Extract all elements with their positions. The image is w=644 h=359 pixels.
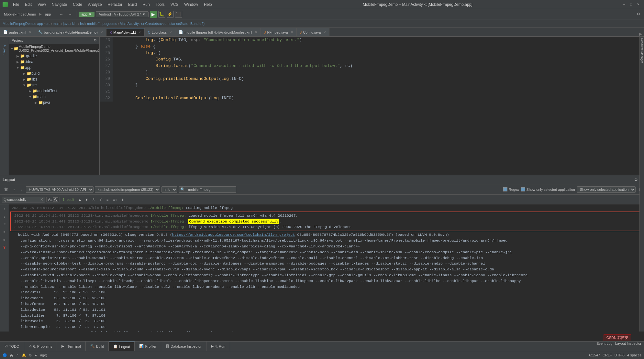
regex-checkbox[interactable] xyxy=(503,187,507,191)
logcat-filter-input[interactable]: successfully xyxy=(7,198,39,201)
tree-libs[interactable]: ▶ 📁 libs xyxy=(9,76,99,82)
tree-root[interactable]: ▼ 📁 MobileFfmpegDemo D:\002_Project\002_… xyxy=(9,44,99,53)
logcat-device-selector[interactable]: HUAWEI TAS-AN00 Android 10, API xyxy=(26,186,94,193)
tab-androidmanifest[interactable]: 📄 mobile-ffmpeg-full-4.4\AndroidManifest… xyxy=(175,28,261,36)
resource-manager-tab[interactable]: Resource Manager xyxy=(640,38,644,63)
bottom-tab-problems[interactable]: ⚠ 6: Problems xyxy=(24,342,57,351)
device-selector[interactable]: Android TV (1080p) API 27 ▼ xyxy=(96,11,149,17)
tab-ffmpeg-java[interactable]: J FFmpeg.java ✕ xyxy=(261,28,297,36)
word-match-icon[interactable]: W xyxy=(53,197,58,202)
tab-ffmpeg-java-close[interactable]: ✕ xyxy=(291,30,293,34)
breadcrumb-hsl[interactable]: hsl xyxy=(80,22,84,26)
logcat-gutter-btn4[interactable]: ≡ xyxy=(1,229,8,236)
toolbar-nav-back[interactable]: ← xyxy=(58,11,65,17)
menu-view[interactable]: View xyxy=(35,1,49,8)
event-log-link[interactable]: Event Log xyxy=(596,342,613,345)
breadcrumb-java[interactable]: java xyxy=(63,22,70,26)
logcat-gutter-btn5[interactable]: ⊕ xyxy=(1,237,8,244)
breadcrumb-src[interactable]: src xyxy=(46,22,50,26)
debug-button[interactable]: 🐛 xyxy=(158,11,165,18)
tree-main[interactable]: ▼ 📁 main xyxy=(9,94,99,100)
logcat-search-input[interactable]: mobile-ffmpeg xyxy=(186,187,235,192)
tree-src[interactable]: ▼ 📁 src xyxy=(9,82,99,88)
bottom-tab-todo[interactable]: ☑ TODO xyxy=(0,342,24,351)
minimize-button[interactable]: ─ xyxy=(621,2,627,7)
tab-mainactivity[interactable]: K MainActivity.kt ✕ xyxy=(106,28,145,36)
tab-logclass-close[interactable]: ✕ xyxy=(169,30,172,34)
logcat-app-selector[interactable]: Show only selected application xyxy=(577,186,636,193)
bottom-tab-database[interactable]: 🗄 Database Inspector xyxy=(161,342,206,351)
prev-result-btn[interactable]: ▲ xyxy=(77,198,83,201)
logcat-scroll-bottom-btn[interactable]: ↓ xyxy=(18,187,24,192)
logcat-gear-icon[interactable]: ⚙ xyxy=(634,178,638,182)
logcat-gutter-up[interactable]: ↑ xyxy=(1,206,8,213)
menu-file[interactable]: File xyxy=(10,1,22,8)
show-only-checkbox[interactable] xyxy=(521,187,525,191)
run-button[interactable]: ▶ xyxy=(150,11,157,18)
menu-build[interactable]: Build xyxy=(126,1,139,8)
panel-project-btn[interactable]: Project xyxy=(2,38,7,61)
breadcrumb-kim[interactable]: kim xyxy=(72,22,77,26)
tab-config-java[interactable]: J Config.java ✕ xyxy=(297,28,330,36)
toolbar-project-btn[interactable]: MobileFfmpegDemo xyxy=(2,11,38,17)
tab-config-java-close[interactable]: ✕ xyxy=(323,30,326,34)
menu-navigate[interactable]: Navigate xyxy=(49,1,70,8)
menu-run[interactable]: Run xyxy=(140,1,152,8)
menu-window[interactable]: Window xyxy=(182,1,201,8)
tree-java[interactable]: ▶ 📁 java xyxy=(9,100,99,105)
logcat-content[interactable]: ↑ ↓ ⧖ ≡ ⊕ ❓ 2022-03-25 10:54:12.434 2512… xyxy=(0,204,644,332)
log-line-1[interactable]: 2022-03-25 10:54:12.434 25123-25123/kim.… xyxy=(9,205,644,211)
logcat-level-selector[interactable]: Info xyxy=(161,186,177,193)
match-case-icon[interactable]: Aa xyxy=(48,198,52,201)
toolbar-settings[interactable]: ⚙ xyxy=(635,11,642,17)
filter-settings-btn[interactable]: ⫼ xyxy=(119,197,127,202)
menu-analyze[interactable]: Analyze xyxy=(85,1,105,8)
log-line-4[interactable]: 2022-03-25 10:54:12.444 25123-25123/kim.… xyxy=(12,224,641,230)
bottom-tab-build[interactable]: 🔨 Build xyxy=(86,342,109,351)
breadcrumb-mobileffmpegdemo[interactable]: mobileffmpegdemo xyxy=(87,22,117,26)
logcat-scroll-top-btn[interactable]: ↑ xyxy=(11,187,17,192)
tab-logclass[interactable]: C Log.class ✕ xyxy=(145,28,175,36)
menu-edit[interactable]: Edit xyxy=(22,1,34,8)
tab-anifest[interactable]: 📄 anifest.xml ✕ xyxy=(0,28,35,36)
menu-vcs[interactable]: VCS xyxy=(168,1,181,8)
filter-prev-btn[interactable]: ⊼ xyxy=(90,196,97,202)
breadcrumb-main[interactable]: main xyxy=(53,22,61,26)
tab-build-gradle[interactable]: 🔧 build.gradle (MobileFfmpegDemo) ✕ xyxy=(35,28,106,36)
maximize-button[interactable]: □ xyxy=(628,2,634,7)
logcat-gutter-down[interactable]: ↓ xyxy=(1,213,8,221)
log-line-3[interactable]: 2022-03-25 10:54:12.443 25123-25123/kim.… xyxy=(12,219,641,224)
tree-idea[interactable]: ▶ 📁 .idea xyxy=(9,59,99,65)
sidebar-gear-icon[interactable]: ⚙ xyxy=(94,38,97,42)
toolbar-nav-fwd[interactable]: → xyxy=(66,11,74,17)
tabs-scroll-right[interactable]: ▶ xyxy=(639,32,642,36)
next-result-btn[interactable]: ▼ xyxy=(83,198,90,201)
tree-androidtest[interactable]: ▶ 📁 androidTest xyxy=(9,88,99,94)
bottom-tab-terminal[interactable]: ▶_ Terminal xyxy=(57,342,86,351)
tree-build[interactable]: ▶ 📁 build xyxy=(9,71,99,76)
stop-button[interactable]: ⬛ xyxy=(175,11,182,18)
log-line-2[interactable]: 2022-03-25 10:54:12.443 25123-25123/kim.… xyxy=(12,213,641,219)
close-button[interactable]: ✕ xyxy=(635,2,641,7)
breadcrumb-project[interactable]: MobileFfmpegDemo xyxy=(3,22,35,26)
layout-inspector-link[interactable]: Layout Inspector xyxy=(615,342,641,345)
bottom-tab-logcat[interactable]: 📋 Logcat xyxy=(109,342,135,351)
logcat-clear-btn[interactable]: 🗑 xyxy=(2,186,10,193)
tab-mainactivity-close[interactable]: ✕ xyxy=(139,31,141,34)
tree-app[interactable]: ▼ 📁 app xyxy=(9,65,99,71)
tree-gradle[interactable]: ▶ 📁 .gradle xyxy=(9,53,99,59)
breadcrumb-mainactivity[interactable]: MainActivity xyxy=(120,22,139,26)
breadcrumb-oncreate[interactable]: onCreate(savedInstanceState: Bundle?) xyxy=(141,22,205,26)
tab-androidmanifest-close[interactable]: ✕ xyxy=(255,30,257,34)
breadcrumb-app[interactable]: app xyxy=(37,22,43,26)
profile-button[interactable]: ⚡ xyxy=(167,11,174,18)
menu-tools[interactable]: Tools xyxy=(153,1,167,8)
more-options-btn[interactable]: ≡↕ xyxy=(111,197,119,202)
tab-build-gradle-close[interactable]: ✕ xyxy=(100,30,103,34)
logcat-gutter-btn6[interactable]: ❓ xyxy=(1,245,8,252)
filter-next-btn[interactable]: ⊽ xyxy=(97,196,104,202)
bottom-tab-run[interactable]: ▶ 4: Run xyxy=(206,342,230,351)
tab-anifest-close[interactable]: ✕ xyxy=(29,30,31,34)
logcat-gutter-btn3[interactable]: ⧖ xyxy=(1,221,8,228)
menu-refactor[interactable]: Refactor xyxy=(105,1,125,8)
